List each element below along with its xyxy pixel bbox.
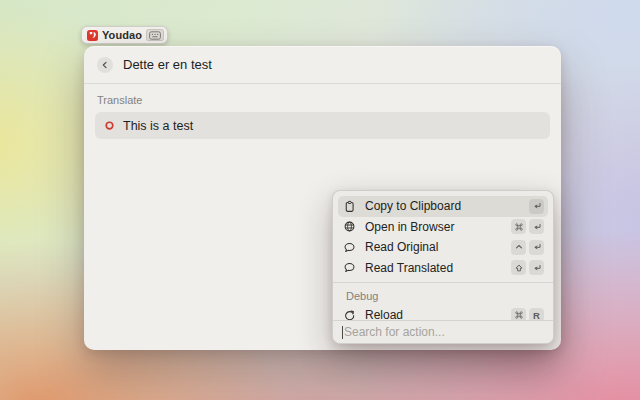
action-search-input[interactable] — [333, 321, 553, 343]
results-list: Translate This is a test — [84, 84, 561, 139]
action-search-bar — [333, 320, 553, 343]
action-label: Copy to Clipboard — [365, 199, 529, 213]
search-query-text[interactable]: Dette er en test — [123, 57, 212, 72]
desktop-background: Youdao Dette er en test Translate — [0, 0, 640, 400]
cmd-key-icon — [511, 219, 526, 234]
speech-bubble-icon — [342, 260, 357, 275]
action-label: Open in Browser — [365, 220, 511, 234]
extension-name: Youdao — [102, 29, 142, 41]
action-copy-to-clipboard[interactable]: Copy to Clipboard — [338, 196, 548, 217]
section-header: Translate — [95, 92, 550, 112]
action-read-original[interactable]: Read Original — [338, 237, 548, 258]
action-panel: Copy to Clipboard Open in Browser — [332, 190, 554, 344]
globe-icon — [342, 219, 357, 234]
window-header: Dette er en test — [84, 46, 561, 84]
text-cursor — [342, 326, 343, 339]
result-row-selected[interactable]: This is a test — [95, 112, 550, 139]
result-label: This is a test — [123, 119, 193, 133]
panel-divider — [333, 282, 553, 283]
back-button[interactable] — [97, 57, 113, 73]
return-key-icon — [529, 240, 544, 255]
debug-section-header: Debug — [333, 285, 553, 305]
youdao-logo-icon — [87, 30, 98, 41]
return-key-icon — [529, 219, 544, 234]
action-open-in-browser[interactable]: Open in Browser — [338, 217, 548, 238]
action-label: Read Translated — [365, 261, 511, 275]
return-key-icon — [529, 260, 544, 275]
action-read-translated[interactable]: Read Translated — [338, 258, 548, 279]
clipboard-icon — [342, 199, 357, 214]
red-ring-icon — [104, 120, 115, 131]
extension-hud-pill: Youdao — [81, 26, 168, 44]
speech-bubble-icon — [342, 240, 357, 255]
return-key-icon — [529, 199, 544, 214]
action-label: Read Original — [365, 240, 511, 254]
ctrl-key-icon — [511, 240, 526, 255]
keyboard-icon — [146, 29, 164, 41]
chevron-left-icon — [101, 61, 109, 69]
shift-key-icon — [511, 260, 526, 275]
